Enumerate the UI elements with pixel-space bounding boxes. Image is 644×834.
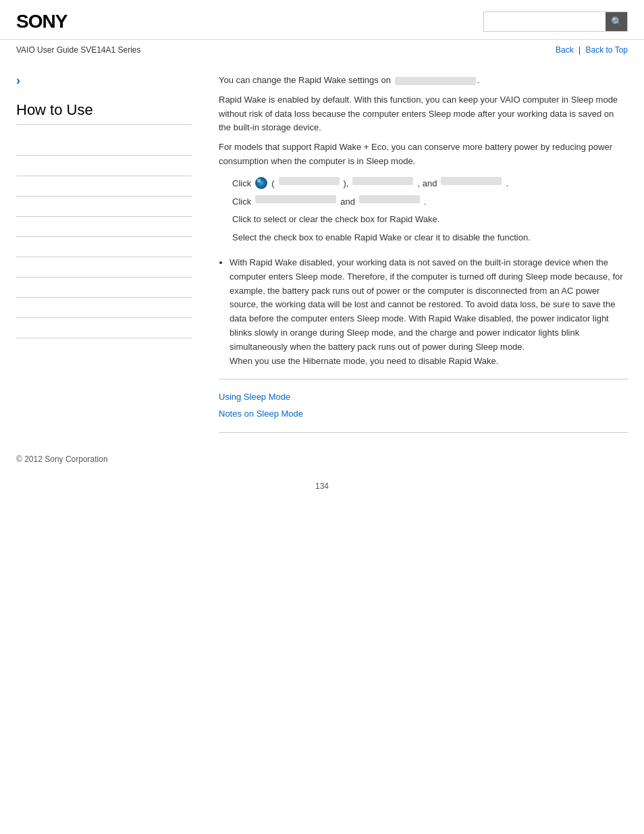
copyright: © 2012 Sony Corporation <box>16 454 108 464</box>
nav-bar: VAIO User Guide SVE14A1 Series Back | Ba… <box>0 40 644 60</box>
list-item[interactable] <box>16 176 192 197</box>
placeholder-step2b <box>359 195 420 203</box>
nav-links: Back | Back to Top <box>556 45 628 55</box>
intro-para-3: For models that support Rapid Wake + Eco… <box>219 140 628 169</box>
list-item[interactable] <box>16 298 192 318</box>
back-to-top-link[interactable]: Back to Top <box>586 45 628 55</box>
placeholder-setting-path <box>395 77 476 85</box>
list-item[interactable] <box>16 278 192 298</box>
content-intro: You can change the Rapid Wake settings o… <box>219 74 628 169</box>
list-item[interactable] <box>16 197 192 217</box>
page-number: 134 <box>0 475 644 498</box>
list-item[interactable] <box>16 237 192 257</box>
placeholder-step1a <box>279 177 340 185</box>
main-container: › How to Use You can change the Rapid Wa… <box>0 60 644 444</box>
footer: © 2012 Sony Corporation <box>0 444 644 475</box>
placeholder-step2a <box>255 195 336 203</box>
placeholder-step1b <box>352 177 413 185</box>
sidebar-links <box>16 136 192 338</box>
content-area: You can change the Rapid Wake settings o… <box>205 60 628 444</box>
section-divider-1 <box>219 379 628 380</box>
back-link[interactable]: Back <box>556 45 574 55</box>
search-icon: 🔍 <box>611 16 622 27</box>
sidebar: › How to Use <box>16 60 205 444</box>
sony-logo: SONY <box>16 11 67 32</box>
related-links: Using Sleep Mode Notes on Sleep Mode <box>219 390 628 421</box>
search-input[interactable] <box>484 12 606 31</box>
list-item[interactable] <box>16 217 192 237</box>
notes-on-sleep-mode-link[interactable]: Notes on Sleep Mode <box>219 407 628 421</box>
bullet-list: With Rapid Wake disabled, your working d… <box>230 256 628 368</box>
list-item[interactable] <box>16 257 192 278</box>
list-item[interactable] <box>16 156 192 176</box>
step-3: Click to select or clear the check box f… <box>232 213 628 227</box>
breadcrumb: VAIO User Guide SVE14A1 Series <box>16 45 141 55</box>
step-4: Select the check box to enable Rapid Wak… <box>232 231 628 245</box>
intro-para-1: You can change the Rapid Wake settings o… <box>219 74 628 88</box>
windows-start-icon <box>255 177 267 189</box>
sidebar-chevron[interactable]: › <box>16 74 192 88</box>
steps-area: Click ( ), , and . Click and . Click to <box>232 177 628 245</box>
nav-separator: | <box>579 45 581 55</box>
list-item[interactable] <box>16 318 192 338</box>
step-2: Click and . <box>232 195 628 209</box>
intro-para-2: Rapid Wake is enabled by default. With t… <box>219 93 628 135</box>
using-sleep-mode-link[interactable]: Using Sleep Mode <box>219 390 628 405</box>
section-divider-2 <box>219 432 628 433</box>
list-item[interactable] <box>16 136 192 156</box>
step-1: Click ( ), , and . <box>232 177 628 191</box>
search-box: 🔍 <box>483 11 628 32</box>
page-header: SONY 🔍 <box>0 0 644 40</box>
bullet-item-1: With Rapid Wake disabled, your working d… <box>230 256 628 368</box>
sidebar-title: How to Use <box>16 101 192 125</box>
search-button[interactable]: 🔍 <box>606 12 627 31</box>
placeholder-step1c <box>441 177 502 185</box>
